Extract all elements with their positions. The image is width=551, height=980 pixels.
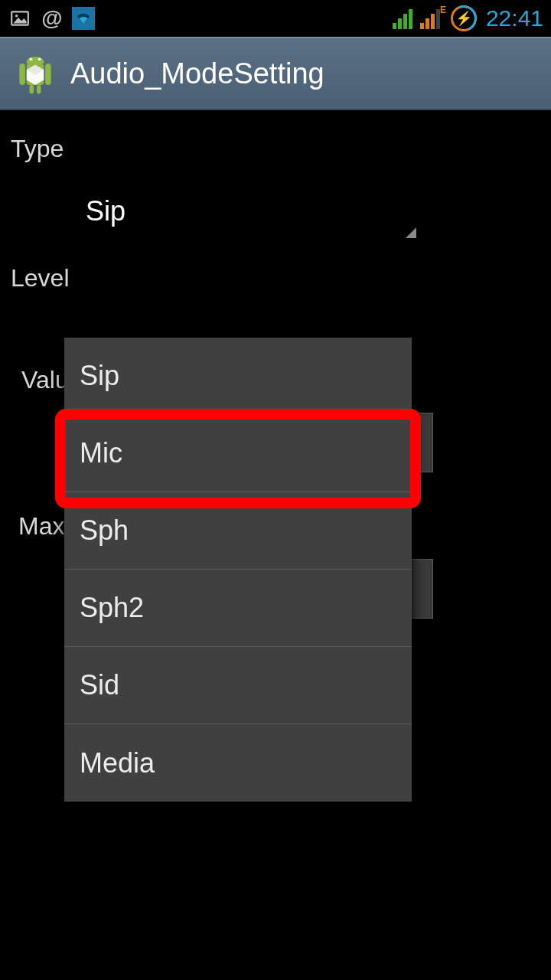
svg-point-5	[30, 57, 33, 60]
gallery-icon	[8, 6, 32, 31]
status-right: E ⚡ 22:41	[393, 5, 543, 31]
dropdown-item-sip[interactable]: Sip	[64, 338, 412, 415]
svg-rect-8	[37, 85, 41, 93]
status-left: @	[8, 6, 95, 31]
type-label: Type	[11, 135, 543, 163]
type-dropdown: Sip Mic Sph Sph2 Sid Media	[64, 338, 412, 802]
svg-rect-2	[19, 64, 25, 85]
dropdown-item-sph2[interactable]: Sph2	[64, 570, 412, 647]
content: Type Sip Level Value Max Vol. Sip Mic Sp…	[0, 110, 551, 634]
svg-point-6	[38, 57, 41, 60]
dropdown-item-sph[interactable]: Sph	[64, 492, 412, 570]
spinner-triangle-icon	[406, 227, 416, 238]
app-icon	[12, 51, 58, 96]
type-spinner-value: Sip	[86, 195, 126, 227]
dropdown-item-media[interactable]: Media	[64, 724, 412, 802]
level-label: Level	[11, 264, 543, 292]
dropdown-item-mic[interactable]: Mic	[64, 415, 412, 492]
status-bar: @ E ⚡ 22:41	[0, 0, 551, 37]
wifi-icon	[72, 7, 95, 30]
dropdown-item-sid[interactable]: Sid	[64, 647, 412, 724]
svg-point-1	[15, 15, 18, 17]
action-bar: Audio_ModeSetting	[0, 37, 551, 110]
signal-1-icon	[393, 8, 412, 29]
page-title: Audio_ModeSetting	[70, 57, 324, 90]
clock: 22:41	[486, 5, 543, 31]
bolt-icon: ⚡	[455, 10, 472, 27]
svg-rect-7	[30, 85, 34, 93]
type-spinner[interactable]: Sip	[73, 181, 421, 241]
battery-icon: ⚡	[451, 5, 477, 31]
at-icon: @	[40, 6, 64, 31]
svg-rect-3	[45, 64, 51, 85]
signal-2-icon: E	[420, 8, 440, 29]
edge-label: E	[440, 5, 446, 15]
